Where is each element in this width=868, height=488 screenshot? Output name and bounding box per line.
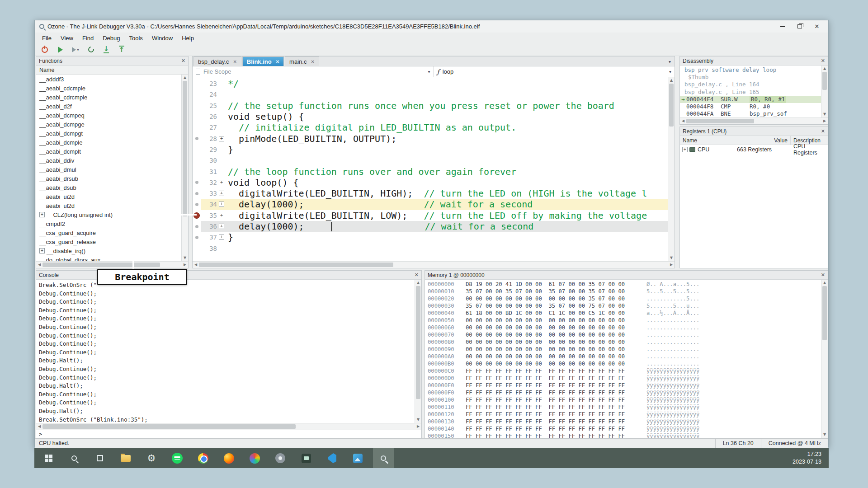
vertical-scrollbar[interactable]: ▲ ▼ (415, 280, 421, 423)
breakpoint-gutter[interactable] (193, 166, 201, 177)
toolbar-refresh-button[interactable] (85, 45, 96, 55)
close-button[interactable]: ✕ (808, 21, 826, 32)
scrollbar-thumb[interactable] (42, 424, 296, 429)
toolbar-start-debug-button[interactable] (55, 45, 66, 55)
scroll-up-icon[interactable]: ▲ (821, 280, 828, 286)
function-list-item[interactable]: __aeabi_dcmplt (36, 147, 181, 156)
taskbar-github-desktop-button[interactable] (270, 448, 291, 468)
scroll-right-icon[interactable]: ▶ (821, 118, 828, 124)
menu-window[interactable]: Window (147, 34, 177, 42)
memory-panel-header[interactable]: Memory 1 @ 00000000 ✕ (425, 271, 828, 280)
scroll-left-icon[interactable]: ◀ (680, 118, 686, 124)
close-icon[interactable]: ✕ (181, 58, 185, 64)
code-line[interactable]: 34+ delay(1000); // wait for a second (193, 199, 668, 210)
horizontal-scrollbar[interactable]: ◀ ▶ (193, 261, 675, 268)
line-marker-dot[interactable] (195, 192, 198, 195)
scroll-down-icon[interactable]: ▼ (415, 417, 421, 423)
titlebar[interactable]: Ozone - The J-Link Debugger V3.30a - C:/… (35, 20, 828, 33)
scroll-right-icon[interactable]: ▶ (668, 262, 675, 268)
breakpoint-gutter[interactable] (193, 133, 201, 144)
vertical-scrollbar[interactable]: ▲ ▼ (181, 75, 188, 261)
vertical-scrollbar[interactable]: ▲ ▼ (821, 280, 828, 438)
tab-Blink-ino[interactable]: Blink.ino✕ (242, 56, 284, 66)
menu-file[interactable]: File (38, 34, 56, 42)
function-list-item[interactable]: __aeabi_dcmpgt (36, 129, 181, 138)
column-name[interactable]: Name (680, 136, 734, 145)
code-line[interactable]: 23*/ (193, 78, 668, 89)
function-list-item[interactable]: __aeabi_ui2d (36, 192, 181, 201)
function-list-item[interactable]: __cxa_guard_release (36, 237, 181, 246)
fold-toggle[interactable]: + (219, 136, 224, 141)
toolbar-step-dropdown-button[interactable]: ▾ (70, 45, 81, 55)
function-list-item[interactable]: __aeabi_dsub (36, 183, 181, 192)
menu-view[interactable]: View (56, 34, 78, 42)
breakpoint-gutter[interactable] (193, 221, 201, 232)
line-marker-dot[interactable] (195, 225, 198, 228)
function-list-item[interactable]: __aeabi_dcmpge (36, 120, 181, 129)
functions-panel-header[interactable]: Functions ✕ (36, 56, 188, 66)
scroll-up-icon[interactable]: ▲ (415, 280, 421, 286)
line-marker-dot[interactable] (195, 203, 198, 206)
scrollbar-thumb[interactable] (42, 263, 160, 267)
function-list-item[interactable]: __aeabi_dcmpeq (36, 111, 181, 120)
close-icon[interactable]: ✕ (233, 59, 236, 64)
tab-bsp-delay-c[interactable]: bsp_delay.c✕ (193, 56, 241, 66)
horizontal-scrollbar[interactable]: ◀ ▶ (680, 117, 828, 124)
scrollbar-thumb[interactable] (822, 286, 827, 340)
code-line[interactable]: 35+ digitalWrite(LED_BUILTIN, LOW); // t… (193, 210, 668, 221)
scroll-up-icon[interactable]: ▲ (668, 77, 675, 84)
close-icon[interactable]: ✕ (311, 59, 314, 64)
taskbar-search-button[interactable] (64, 448, 85, 468)
breakpoint-gutter[interactable] (193, 111, 201, 122)
taskbar-task-view-button[interactable] (90, 448, 110, 468)
taskbar-windows-start-button[interactable] (38, 448, 59, 468)
fold-toggle[interactable]: + (219, 202, 224, 207)
functions-name-column-header[interactable]: Name (36, 66, 188, 75)
scroll-left-icon[interactable]: ◀ (193, 262, 199, 268)
function-list-item[interactable]: __aeabi_ddiv (36, 156, 181, 165)
console-command-input[interactable]: > (36, 430, 421, 438)
breakpoint-gutter[interactable] (193, 188, 201, 199)
breakpoint-gutter[interactable] (193, 144, 201, 155)
breakpoint-gutter[interactable] (193, 199, 201, 210)
function-list-item[interactable]: __aeabi_cdcmple (36, 84, 181, 93)
breakpoint-gutter[interactable] (193, 232, 201, 243)
menu-help[interactable]: Help (177, 34, 198, 42)
expand-icon[interactable]: + (682, 147, 688, 152)
file-scope-dropdown[interactable]: File Scope ▾ (193, 66, 434, 77)
taskbar-color-ball-app-button[interactable] (244, 448, 265, 468)
function-list-item[interactable]: __aeabi_dcmple (36, 138, 181, 147)
column-value[interactable]: Value (734, 136, 791, 145)
function-list-item[interactable]: __cmpdf2 (36, 219, 181, 228)
code-line[interactable]: 30 (193, 155, 668, 166)
close-icon[interactable]: ✕ (276, 59, 279, 64)
expand-icon[interactable]: + (39, 212, 45, 217)
menu-tools[interactable]: Tools (125, 34, 147, 42)
breakpoint-gutter[interactable] (193, 122, 201, 133)
expand-icon[interactable]: + (39, 248, 45, 253)
registers-panel-header[interactable]: Registers 1 (CPU) ✕ (680, 127, 828, 136)
code-area[interactable]: 23*/2425// the setup function runs once … (193, 77, 668, 261)
breakpoint-gutter[interactable] (193, 78, 201, 89)
taskbar-settings-button[interactable]: ⚙ (141, 448, 162, 468)
fold-toggle[interactable]: + (219, 224, 224, 229)
code-line[interactable]: 32+void loop() { (193, 177, 668, 188)
tab-main-c[interactable]: main.c✕ (285, 56, 319, 66)
function-list-item[interactable]: __aeabi_d2f (36, 102, 181, 111)
scroll-down-icon[interactable]: ▼ (821, 111, 828, 117)
scroll-up-icon[interactable]: ▲ (821, 66, 828, 72)
function-list-item[interactable]: __aeabi_drsub (36, 174, 181, 183)
close-icon[interactable]: ✕ (821, 272, 825, 278)
breakpoint-gutter[interactable] (193, 89, 201, 100)
code-line[interactable]: 29} (193, 144, 668, 155)
code-line[interactable]: 28+ pinMode(LED_BUILTIN, OUTPUT); (193, 133, 668, 144)
fold-toggle[interactable]: + (219, 213, 224, 218)
code-line[interactable]: 25// the setup function runs once when y… (193, 100, 668, 111)
function-list-item[interactable]: __aeabi_dmul (36, 165, 181, 174)
fold-toggle[interactable]: + (219, 191, 224, 196)
scroll-right-icon[interactable]: ▶ (415, 423, 421, 430)
toolbar-power-button[interactable] (39, 45, 50, 55)
code-line[interactable]: 27 // initialize digital pin LED_BUILTIN… (193, 122, 668, 133)
scroll-up-icon[interactable]: ▲ (182, 75, 188, 81)
taskbar-spotify-button[interactable] (167, 448, 188, 468)
